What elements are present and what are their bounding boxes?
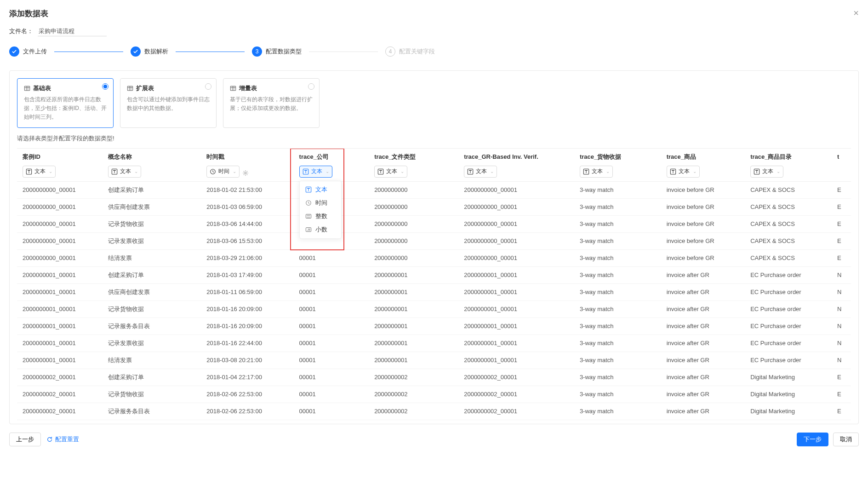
table-icon: [230, 85, 236, 92]
type-card-1[interactable]: 扩展表包含可以通过外键添加到事件日志数据中的其他数据。: [120, 78, 217, 128]
table-cell: 3-way match: [574, 318, 661, 335]
column-header: trace_货物收据: [574, 149, 661, 163]
table-cell: E: [832, 232, 851, 249]
table-cell: 2000000000: [369, 232, 458, 249]
table-cell: invoice after GR: [661, 266, 745, 283]
dropdown-item-int[interactable]: 整数: [300, 210, 341, 223]
table-cell: 3-way match: [574, 352, 661, 369]
table-row: 2000000000_00001创建采购订单2018-01-02 21:53:0…: [17, 181, 851, 198]
step-3: 3配置数据类型: [252, 46, 302, 57]
next-button[interactable]: 下一步: [797, 433, 828, 446]
table-row: 2000000001_00001创建采购订单2018-01-03 17:49:0…: [17, 266, 851, 283]
table-cell: N: [832, 335, 851, 352]
filename-input[interactable]: [38, 26, 107, 36]
type-card-0[interactable]: 基础表包含流程还原所需的事件日志数据，至少包括：案例ID、活动、开始时间三列。: [17, 78, 114, 128]
step-1: 文件上传: [9, 46, 47, 57]
column-type-select[interactable]: 文本⌄: [23, 166, 56, 178]
table-cell: 记录货物收据: [103, 215, 201, 232]
table-cell: 2000000002: [369, 369, 458, 386]
table-cell: invoice after GR: [661, 283, 745, 300]
table-cell: E: [832, 198, 851, 215]
type-card-2[interactable]: 增量表基于已有的表字段，对数据进行扩展；仅处添加或更改的数据。: [223, 78, 320, 128]
column-type-select[interactable]: 文本⌄: [580, 166, 613, 178]
table-cell: 结清发票: [103, 249, 201, 266]
column-type-select[interactable]: 文本⌄: [108, 166, 141, 178]
select-label: 文本: [592, 167, 604, 175]
type-card-title: 增量表: [239, 84, 257, 92]
column-header: trace_商品: [661, 149, 745, 163]
text-icon: [303, 168, 309, 175]
table-cell: 3-way match: [574, 335, 661, 352]
table-cell: 2000000002: [369, 386, 458, 403]
table-cell: 供应商创建发票: [103, 198, 201, 215]
step-circle: 3: [252, 46, 262, 57]
type-card-desc: 包含流程还原所需的事件日志数据，至少包括：案例ID、活动、开始时间三列。: [24, 95, 107, 122]
column-header: trace_公司: [294, 149, 369, 163]
select-label: 文本: [34, 167, 46, 175]
column-type-select[interactable]: 文本⌄: [750, 166, 783, 178]
table-cell: 2000000000: [369, 198, 458, 215]
dropdown-item-text[interactable]: 文本: [300, 183, 341, 196]
table-cell: 2000000002_00001: [458, 403, 574, 420]
type-dropdown: 文本时间整数小数: [299, 181, 342, 239]
column-type-select[interactable]: 时间⌄: [206, 166, 240, 178]
table-cell: 2000000001_00001: [458, 318, 574, 335]
column-type-select[interactable]: 文本⌄: [374, 166, 407, 178]
chevron-down-icon: ⌄: [400, 169, 404, 174]
column-type-select[interactable]: 文本⌄: [299, 166, 332, 178]
table-cell: 2018-01-16 20:09:00: [201, 300, 293, 318]
chevron-down-icon: ⌄: [134, 169, 138, 174]
radio-icon: [205, 83, 211, 90]
table-cell: Digital Marketing: [745, 369, 832, 386]
table-cell: 00001: [294, 352, 369, 369]
radio-icon: [102, 83, 108, 90]
step-connector: [309, 52, 378, 52]
step-label: 配置关键字段: [399, 47, 435, 56]
table-cell: invoice before GR: [661, 249, 745, 266]
close-icon[interactable]: ×: [853, 8, 859, 17]
table-icon: [127, 85, 133, 92]
dec-icon: [305, 226, 312, 233]
table-cell: 记录服务条目表: [103, 318, 201, 335]
time-icon: [305, 200, 312, 206]
table-cell: 2000000002_00001: [17, 369, 103, 386]
column-header: 案例ID: [17, 149, 103, 163]
dropdown-item-label: 整数: [315, 213, 327, 220]
table-cell: 2000000001_00001: [458, 283, 574, 300]
column-type-select[interactable]: 文本⌄: [464, 166, 497, 178]
type-card-desc: 基于已有的表字段，对数据进行扩展；仅处添加或更改的数据。: [230, 95, 313, 113]
text-icon: [754, 168, 760, 175]
step-circle: 4: [385, 46, 395, 57]
table-cell: 2000000000: [369, 181, 458, 198]
table-cell: 3-way match: [574, 215, 661, 232]
dropdown-item-label: 小数: [315, 226, 327, 234]
step-label: 数据解析: [144, 47, 168, 56]
int-icon: [305, 213, 312, 219]
table-cell: N: [832, 283, 851, 300]
reset-config-link[interactable]: 配置重置: [46, 435, 79, 444]
column-header: t: [832, 149, 851, 163]
table-cell: 3-way match: [574, 266, 661, 283]
table-cell: 结清发票: [103, 352, 201, 369]
text-icon: [670, 168, 676, 175]
chevron-down-icon: ⌄: [49, 169, 52, 174]
gear-icon[interactable]: [242, 170, 249, 176]
column-type-select[interactable]: 文本⌄: [667, 166, 700, 178]
column-header: trace_商品目录: [745, 149, 832, 163]
table-cell: 2000000001_00001: [17, 266, 103, 283]
prev-button[interactable]: 上一步: [9, 433, 41, 446]
table-cell: invoice before GR: [661, 215, 745, 232]
table-cell: 3-way match: [574, 403, 661, 420]
table-cell: 2000000002_00001: [458, 386, 574, 403]
dropdown-item-dec[interactable]: 小数: [300, 223, 341, 237]
table-cell: 2018-03-06 14:44:00: [201, 215, 293, 232]
table-cell: EC Purchase order: [745, 352, 832, 369]
table-cell: EC Purchase order: [745, 266, 832, 283]
table-cell: 00001: [294, 249, 369, 266]
select-label: 文本: [762, 167, 774, 175]
filename-label: 文件名：: [9, 27, 33, 35]
table-cell: E: [832, 403, 851, 420]
table-cell: 2000000001: [369, 266, 458, 283]
dropdown-item-time[interactable]: 时间: [300, 196, 341, 210]
cancel-button[interactable]: 取消: [833, 433, 859, 446]
